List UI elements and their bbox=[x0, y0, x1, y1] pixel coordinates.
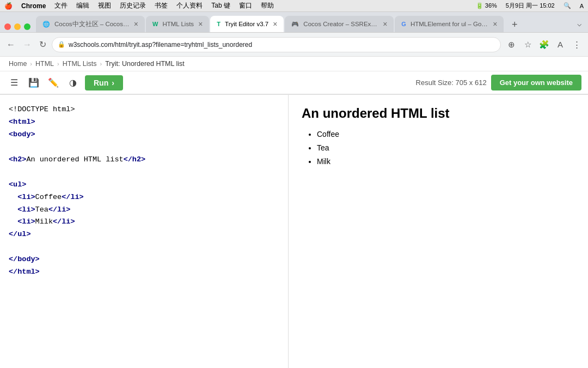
lock-icon: 🔒 bbox=[58, 41, 65, 48]
address-input-wrap[interactable]: 🔒 w3schools.com/html/tryit.asp?filename=… bbox=[52, 37, 501, 52]
menubar-view[interactable]: 视图 bbox=[98, 1, 111, 10]
tab-label-htmlelement: HTMLElement for ul – Google S… bbox=[411, 21, 488, 27]
maximize-traffic-light[interactable] bbox=[24, 23, 30, 30]
breadcrumb: Home › HTML › HTML Lists › Tryit: Unorde… bbox=[0, 57, 588, 71]
tab-close-cocos[interactable]: × bbox=[134, 20, 138, 28]
code-line-11: </ul> bbox=[9, 228, 279, 241]
menubar-history[interactable]: 历史记录 bbox=[120, 1, 146, 10]
preview-panel: An unordered HTML list Coffee Tea Milk bbox=[289, 95, 588, 368]
preview-heading: An unordered HTML list bbox=[302, 106, 575, 121]
tab-favicon-cocos-creator: 🎮 bbox=[291, 21, 299, 28]
tab-favicon-w3: W bbox=[152, 21, 158, 27]
close-traffic-light[interactable] bbox=[4, 23, 11, 30]
code-line-8: <li>Coffee</li> bbox=[9, 191, 279, 204]
get-website-button[interactable]: Get your own website bbox=[491, 75, 581, 91]
code-line-6 bbox=[9, 166, 279, 179]
preview-list-item-coffee: Coffee bbox=[317, 128, 575, 141]
edit-icon-btn[interactable]: ✏️ bbox=[46, 75, 61, 91]
menubar-bookmarks[interactable]: 书签 bbox=[155, 1, 168, 10]
preview-list: Coffee Tea Milk bbox=[317, 128, 575, 169]
tab-tryit[interactable]: T Tryit Editor v3.7 × bbox=[210, 16, 284, 32]
edit-icon: ✏️ bbox=[48, 77, 59, 88]
code-line-13: </body> bbox=[9, 254, 279, 266]
code-line-10: <li>Milk</li> bbox=[9, 216, 279, 228]
run-arrow-icon: › bbox=[112, 79, 114, 87]
extensions-icon[interactable]: 🧩 bbox=[537, 38, 551, 52]
save-icon: 💾 bbox=[28, 77, 39, 88]
run-button[interactable]: Run › bbox=[85, 75, 123, 91]
result-size-label: Result Size: 705 x 612 bbox=[416, 79, 487, 87]
contrast-icon-btn[interactable]: ◑ bbox=[65, 75, 81, 91]
breadcrumb-sep-2: › bbox=[57, 61, 59, 67]
code-line-1: <!DOCTYPE html> bbox=[9, 104, 279, 116]
control-icon[interactable]: A bbox=[580, 3, 584, 9]
menubar-file[interactable]: 文件 bbox=[54, 1, 68, 10]
apple-icon[interactable]: 🍎 bbox=[4, 2, 13, 10]
more-menu-icon[interactable]: ⋮ bbox=[569, 38, 584, 52]
menubar-help[interactable]: 帮助 bbox=[261, 1, 274, 10]
forward-button[interactable]: → bbox=[21, 38, 34, 51]
code-line-9: <li>Tea</li> bbox=[9, 204, 279, 216]
breadcrumb-html-lists[interactable]: HTML Lists bbox=[63, 60, 97, 68]
menubar-tab[interactable]: Tab 键 bbox=[211, 1, 230, 10]
new-tab-button[interactable]: + bbox=[507, 17, 522, 32]
battery-icon: 🔋 36% bbox=[476, 2, 497, 9]
menubar-profile[interactable]: 个人资料 bbox=[176, 1, 203, 10]
tab-label-tryit: Tryit Editor v3.7 bbox=[225, 21, 268, 27]
clock: 5月9日 周一 15:02 bbox=[506, 2, 555, 10]
save-icon-btn[interactable]: 💾 bbox=[26, 75, 41, 91]
menubar-chrome[interactable]: Chrome bbox=[21, 2, 46, 10]
tab-label-cocos-creator: Cocos Creator – SSRExtensio… bbox=[303, 21, 378, 27]
code-line-4 bbox=[9, 141, 279, 154]
menubar-edit[interactable]: 编辑 bbox=[76, 1, 89, 10]
profile-icon[interactable]: A bbox=[553, 38, 567, 52]
tab-html-lists[interactable]: W HTML Lists × bbox=[146, 16, 209, 32]
breadcrumb-current: Tryit: Unordered HTML list bbox=[105, 60, 185, 68]
breadcrumb-home[interactable]: Home bbox=[9, 60, 27, 68]
translate-icon[interactable]: ⊕ bbox=[504, 38, 518, 52]
editor-main: <!DOCTYPE html> <html> <body> <h2>An uno… bbox=[0, 95, 588, 368]
code-line-7: <ul> bbox=[9, 179, 279, 191]
tab-bar: 🌐 Cocos中文社区 – Cocos中文社… × W HTML Lists ×… bbox=[0, 12, 588, 33]
tab-close-tryit[interactable]: × bbox=[273, 20, 277, 28]
menu-icon-btn[interactable]: ☰ bbox=[7, 75, 22, 91]
code-line-12 bbox=[9, 241, 279, 254]
search-icon[interactable]: 🔍 bbox=[564, 2, 571, 9]
breadcrumb-sep-3: › bbox=[100, 61, 102, 67]
browser-window: 🌐 Cocos中文社区 – Cocos中文社… × W HTML Lists ×… bbox=[0, 12, 588, 368]
hamburger-icon: ☰ bbox=[10, 77, 18, 88]
minimize-traffic-light[interactable] bbox=[14, 23, 21, 30]
tab-close-html-lists[interactable]: × bbox=[198, 20, 203, 28]
code-line-14: </html> bbox=[9, 266, 279, 279]
tab-close-cocos-creator[interactable]: × bbox=[383, 20, 387, 28]
tab-cocos[interactable]: 🌐 Cocos中文社区 – Cocos中文社… × bbox=[36, 16, 145, 32]
address-bar: ← → ↻ 🔒 w3schools.com/html/tryit.asp?fil… bbox=[0, 33, 588, 57]
mac-menubar: 🍎 Chrome 文件 编辑 视图 历史记录 书签 个人资料 Tab 键 窗口 … bbox=[0, 0, 588, 12]
tab-label-cocos: Cocos中文社区 – Cocos中文社… bbox=[54, 20, 130, 28]
tab-htmlelement[interactable]: G HTMLElement for ul – Google S… × bbox=[395, 16, 504, 32]
tab-favicon: 🌐 bbox=[42, 21, 50, 28]
preview-list-item-milk: Milk bbox=[317, 155, 575, 168]
reload-button[interactable]: ↻ bbox=[37, 38, 48, 51]
code-line-3: <body> bbox=[9, 129, 279, 141]
breadcrumb-html[interactable]: HTML bbox=[35, 60, 54, 68]
tab-favicon-htmlelement: G bbox=[401, 21, 406, 27]
tab-cocos-creator[interactable]: 🎮 Cocos Creator – SSRExtensio… × bbox=[285, 16, 394, 32]
tab-dropdown-btn[interactable]: ⌵ bbox=[575, 17, 584, 30]
preview-list-item-tea: Tea bbox=[317, 141, 575, 155]
url-text: w3schools.com/html/tryit.asp?filename=tr… bbox=[69, 41, 495, 49]
contrast-icon: ◑ bbox=[69, 77, 77, 88]
run-label: Run bbox=[94, 79, 108, 87]
breadcrumb-sep-1: › bbox=[30, 61, 32, 67]
code-panel[interactable]: <!DOCTYPE html> <html> <body> <h2>An uno… bbox=[0, 95, 289, 368]
code-line-5: <h2>An unordered HTML list</h2> bbox=[9, 154, 279, 166]
editor-toolbar: ☰ 💾 ✏️ ◑ Run › Result Size: 705 x 612 Ge… bbox=[0, 71, 588, 95]
menubar-window[interactable]: 窗口 bbox=[239, 1, 252, 10]
bookmark-icon[interactable]: ☆ bbox=[520, 38, 535, 52]
tab-favicon-tryit: T bbox=[217, 21, 220, 27]
code-line-2: <html> bbox=[9, 116, 279, 129]
tab-close-htmlelement[interactable]: × bbox=[493, 20, 497, 28]
tab-label-html-lists: HTML Lists bbox=[162, 21, 194, 27]
back-button[interactable]: ← bbox=[4, 38, 17, 51]
browser-toolbar-icons: ⊕ ☆ 🧩 A ⋮ bbox=[504, 38, 584, 52]
